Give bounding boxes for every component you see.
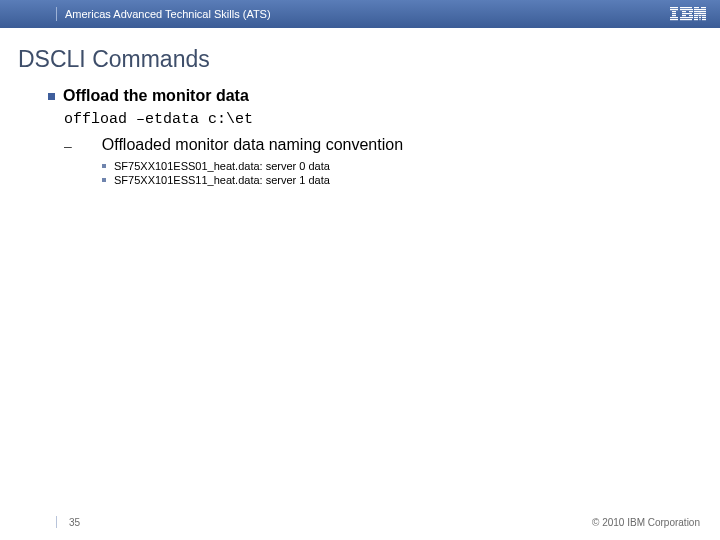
svg-rect-26 xyxy=(702,17,706,18)
svg-rect-18 xyxy=(689,15,693,16)
bullet-level-3: SF75XX101ESS11_heat.data: server 1 data xyxy=(102,174,680,186)
svg-rect-19 xyxy=(694,15,698,16)
svg-rect-2 xyxy=(694,7,699,8)
svg-rect-3 xyxy=(701,7,706,8)
svg-rect-31 xyxy=(702,19,706,20)
sub-bullet-text: Offloaded monitor data naming convention xyxy=(102,136,403,154)
sub-item-text: SF75XX101ESS11_heat.data: server 1 data xyxy=(114,174,330,186)
svg-rect-30 xyxy=(700,19,701,20)
footer: 35 © 2010 IBM Corporation xyxy=(0,516,720,528)
bullet-level-3: SF75XX101ESS01_heat.data: server 0 data xyxy=(102,160,680,172)
dot-bullet-icon xyxy=(102,178,106,182)
svg-rect-10 xyxy=(689,11,693,12)
bullet-level-1: Offload the monitor data xyxy=(48,87,680,105)
dot-bullet-icon xyxy=(102,164,106,168)
copyright-text: © 2010 IBM Corporation xyxy=(592,517,700,528)
bullet-level-2: – Offloaded monitor data naming conventi… xyxy=(64,136,680,154)
svg-rect-14 xyxy=(682,13,692,14)
svg-rect-16 xyxy=(672,15,676,16)
header-divider xyxy=(56,7,57,21)
svg-rect-25 xyxy=(699,17,701,18)
square-bullet-icon xyxy=(48,93,55,100)
svg-rect-5 xyxy=(680,9,693,10)
svg-rect-0 xyxy=(670,7,678,8)
footer-divider xyxy=(56,516,57,528)
svg-rect-21 xyxy=(702,15,706,16)
page-number: 35 xyxy=(69,517,80,528)
svg-rect-4 xyxy=(670,9,678,10)
svg-rect-6 xyxy=(694,9,700,10)
svg-rect-22 xyxy=(670,17,678,18)
svg-rect-27 xyxy=(670,19,678,20)
svg-rect-1 xyxy=(680,7,692,8)
code-command: offload –etdata c:\et xyxy=(64,111,680,128)
slide-title: DSCLI Commands xyxy=(18,46,720,73)
svg-rect-12 xyxy=(699,11,706,12)
svg-rect-23 xyxy=(680,17,693,18)
svg-rect-7 xyxy=(700,9,706,10)
dash-bullet-icon: – xyxy=(64,138,72,154)
svg-rect-15 xyxy=(694,13,706,14)
slide-body: Offload the monitor data offload –etdata… xyxy=(48,87,680,186)
svg-rect-13 xyxy=(672,13,676,14)
header-bar: Americas Advanced Technical Skills (ATS) xyxy=(0,0,720,28)
header-org-title: Americas Advanced Technical Skills (ATS) xyxy=(65,8,670,20)
svg-rect-9 xyxy=(682,11,686,12)
svg-rect-8 xyxy=(672,11,676,12)
ibm-logo-icon xyxy=(670,7,706,21)
svg-rect-24 xyxy=(694,17,698,18)
svg-rect-29 xyxy=(694,19,698,20)
sub-item-text: SF75XX101ESS01_heat.data: server 0 data xyxy=(114,160,330,172)
svg-rect-17 xyxy=(682,15,686,16)
svg-rect-20 xyxy=(699,15,702,16)
bullet-main-text: Offload the monitor data xyxy=(63,87,249,105)
svg-rect-28 xyxy=(680,19,692,20)
